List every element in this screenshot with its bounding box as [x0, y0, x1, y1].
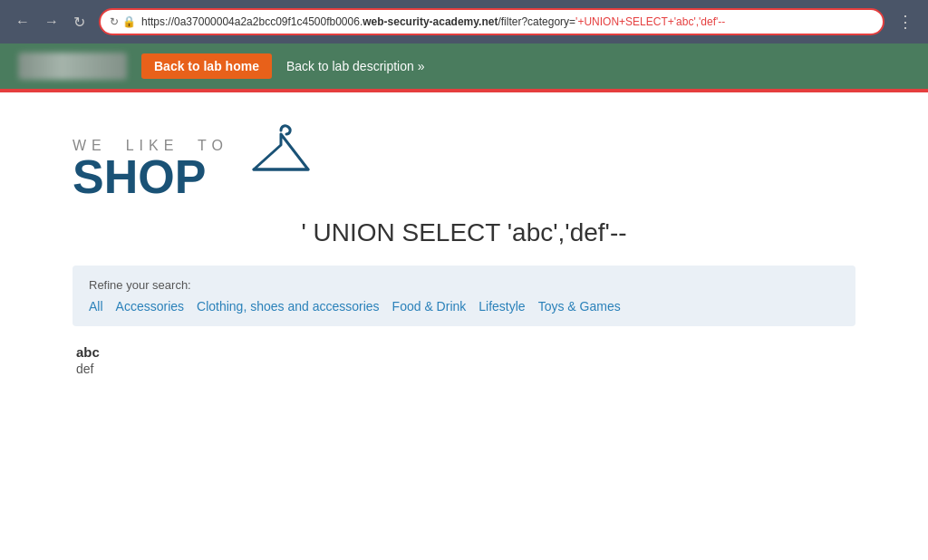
category-title: ' UNION SELECT 'abc','def'--: [72, 218, 856, 247]
reload-icon: ↻: [110, 15, 119, 28]
lock-icon: 🔒: [122, 15, 136, 28]
shop-text-block: WE LIKE TO SHOP: [72, 139, 228, 200]
category-link[interactable]: Toys & Games: [538, 299, 621, 314]
portswigger-logo: [18, 53, 127, 80]
category-link[interactable]: Lifestyle: [478, 299, 525, 314]
back-to-description-link[interactable]: Back to lab description »: [286, 59, 425, 73]
address-path: /filter?category=: [498, 15, 575, 28]
category-link[interactable]: All: [89, 299, 103, 314]
address-domain: web-security-academy.net: [362, 15, 498, 28]
address-bar-icons: ↻ 🔒: [110, 15, 136, 28]
nav-buttons: ← → ↻: [11, 12, 90, 33]
category-link[interactable]: Food & Drink: [392, 299, 467, 314]
address-bar-text: https://0a37000004a2a2bcc09f1c4500fb0006…: [141, 15, 874, 28]
results: abcdef: [72, 344, 856, 376]
refine-box: Refine your search: AllAccessoriesClothi…: [72, 266, 856, 326]
category-link[interactable]: Accessories: [116, 299, 184, 314]
shop-name: SHOP: [72, 153, 228, 200]
back-to-lab-button[interactable]: Back to lab home: [141, 53, 272, 79]
address-query: '+UNION+SELECT+'abc','def'--: [575, 15, 725, 28]
address-prefix: https://0a37000004a2a2bcc09f1c4500fb0006…: [141, 15, 362, 28]
refresh-button[interactable]: ↻: [69, 12, 90, 33]
forward-button[interactable]: →: [40, 12, 63, 32]
back-button[interactable]: ←: [11, 12, 34, 32]
browser-chrome: ← → ↻ ↻ 🔒 https://0a37000004a2a2bcc09f1c…: [0, 0, 928, 43]
chevron-icon: »: [418, 59, 425, 73]
hanger-icon: [245, 120, 317, 196]
back-to-description-text: Back to lab description: [286, 59, 414, 73]
result-secondary: def: [76, 362, 852, 376]
address-bar[interactable]: ↻ 🔒 https://0a37000004a2a2bcc09f1c4500fb…: [99, 8, 884, 35]
shop-logo: WE LIKE TO SHOP: [72, 120, 856, 200]
category-links: AllAccessoriesClothing, shoes and access…: [89, 299, 839, 314]
category-link[interactable]: Clothing, shoes and accessories: [197, 299, 380, 314]
browser-menu-icon[interactable]: ⋮: [894, 12, 917, 32]
main-content: WE LIKE TO SHOP ' UNION SELECT 'abc','de…: [0, 92, 928, 394]
lab-header: Back to lab home Back to lab description…: [0, 43, 928, 89]
result-primary: abc: [76, 344, 852, 360]
refine-label: Refine your search:: [89, 278, 839, 292]
